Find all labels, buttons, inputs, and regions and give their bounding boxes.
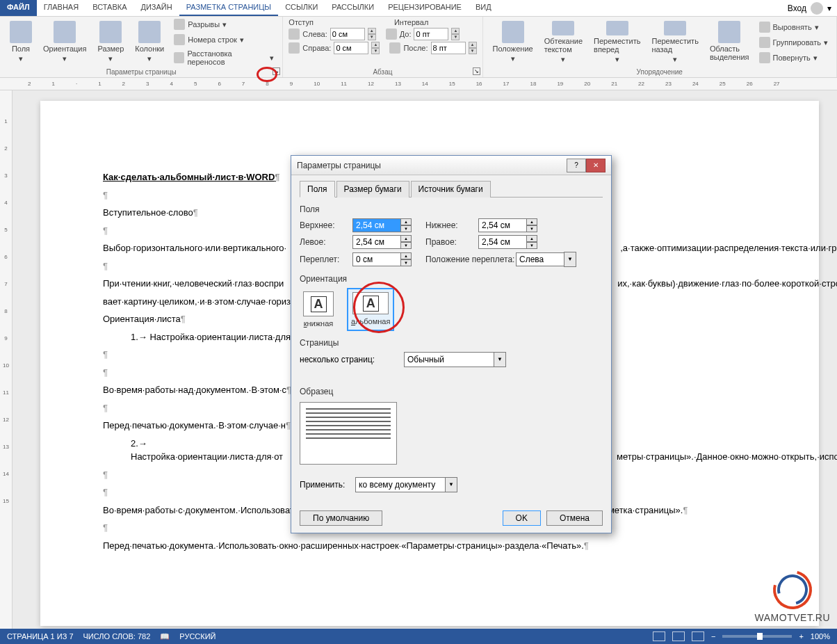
group-arrange: Положение▾ Обтекание текстом▾ Переместит… <box>483 17 837 77</box>
spin-up[interactable]: ▲ <box>368 28 376 34</box>
rotate-button[interactable]: Повернуть▾ <box>756 51 831 65</box>
spin-down[interactable]: ▼ <box>400 259 412 266</box>
tab-insert[interactable]: ВСТАВКА <box>86 0 133 16</box>
left-input[interactable] <box>352 235 401 249</box>
group-page-setup: Поля▾ Ориентация▾ Размер▾ Колонки▾ Разры… <box>0 17 283 77</box>
tab-paper-size[interactable]: Размер бумаги <box>336 181 409 198</box>
apply-select[interactable] <box>355 477 446 492</box>
doc-line[interactable]: Перед·печатью·документа.·Использовать·ок… <box>103 539 756 553</box>
menu-bar: ФАЙЛ ГЛАВНАЯ ВСТАВКА ДИЗАЙН РАЗМЕТКА СТР… <box>0 0 837 17</box>
spin-down[interactable]: ▼ <box>368 34 376 40</box>
zoom-out-icon[interactable]: − <box>711 632 715 641</box>
breaks-button[interactable]: Разрывы▾ <box>171 17 277 31</box>
zoom-in-icon[interactable]: + <box>799 632 803 641</box>
ok-button[interactable]: OK <box>503 510 541 526</box>
portrait-button[interactable]: A ккнижнаянижная <box>300 288 337 331</box>
spin-up[interactable]: ▲ <box>526 218 537 225</box>
spacing-after-input[interactable] <box>431 42 466 54</box>
spin-down[interactable]: ▼ <box>451 34 460 40</box>
view-web-icon[interactable] <box>692 631 704 641</box>
tab-fields[interactable]: Поля <box>300 181 335 198</box>
spin-up[interactable]: ▲ <box>400 235 412 242</box>
chevron-down-icon[interactable]: ▾ <box>827 3 831 13</box>
tab-page-layout[interactable]: РАЗМЕТКА СТРАНИЦЫ <box>179 0 278 16</box>
margins-button[interactable]: Поля▾ <box>6 18 36 67</box>
tab-file[interactable]: ФАЙЛ <box>0 0 37 16</box>
spin-up[interactable]: ▲ <box>469 42 477 48</box>
dropdown-icon[interactable]: ▼ <box>564 252 576 267</box>
tab-view[interactable]: ВИД <box>469 0 498 16</box>
rotate-icon <box>759 52 770 63</box>
spin-down[interactable]: ▼ <box>371 48 380 54</box>
line-numbers-button[interactable]: Номера строк▾ <box>171 33 277 47</box>
align-icon <box>759 22 770 33</box>
spin-up[interactable]: ▲ <box>451 28 460 34</box>
tab-home[interactable]: ГЛАВНАЯ <box>37 0 86 16</box>
tab-mailings[interactable]: РАССЫЛКИ <box>325 0 381 16</box>
default-button[interactable]: По умолчанию <box>300 510 382 526</box>
spin-down[interactable]: ▼ <box>469 48 477 54</box>
orientation-button[interactable]: Ориентация▾ <box>39 18 90 67</box>
spin-up[interactable]: ▲ <box>371 42 380 48</box>
dropdown-icon[interactable]: ▼ <box>445 477 457 492</box>
cancel-button[interactable]: Отмена <box>546 510 603 526</box>
columns-button[interactable]: Колонки▾ <box>131 18 168 67</box>
group-icon <box>759 37 770 48</box>
apply-label: Применить: <box>300 480 355 490</box>
login-link[interactable]: Вход <box>788 3 806 13</box>
help-button[interactable]: ? <box>567 159 586 172</box>
margins-icon <box>10 21 32 43</box>
align-button[interactable]: Выровнять▾ <box>756 20 831 34</box>
spin-down[interactable]: ▼ <box>400 242 412 249</box>
indent-right-label: Справа: <box>302 44 331 52</box>
spin-up[interactable]: ▲ <box>400 252 412 259</box>
dialog-title: Параметры страницы <box>297 161 381 170</box>
ruler-vertical[interactable]: 123456789101112131415 <box>0 90 13 629</box>
spin-up[interactable]: ▲ <box>526 235 537 242</box>
status-page[interactable]: СТРАНИЦА 1 ИЗ 7 <box>7 632 74 641</box>
tab-review[interactable]: РЕЦЕНЗИРОВАНИЕ <box>381 0 469 16</box>
size-button[interactable]: Размер▾ <box>93 18 128 67</box>
status-words[interactable]: ЧИСЛО СЛОВ: 782 <box>83 632 151 641</box>
spin-up[interactable]: ▲ <box>400 218 412 225</box>
close-button[interactable]: ✕ <box>586 159 606 172</box>
group-button[interactable]: Группировать▾ <box>756 35 831 49</box>
proofing-icon[interactable]: 📖 <box>160 632 170 641</box>
zoom-slider[interactable] <box>722 635 792 638</box>
wrap-button[interactable]: Обтекание текстом▾ <box>540 18 587 67</box>
tab-references[interactable]: ССЫЛКИ <box>278 0 325 16</box>
view-read-icon[interactable] <box>653 631 665 641</box>
landscape-button[interactable]: A аальбомнаяльбомная <box>347 288 394 331</box>
multi-pages-select[interactable] <box>404 352 494 367</box>
spin-down[interactable]: ▼ <box>526 242 537 249</box>
selection-pane-button[interactable]: Область выделения <box>706 18 754 67</box>
view-print-icon[interactable] <box>672 631 685 641</box>
paragraph-launcher[interactable]: ↘ <box>473 67 480 75</box>
spin-down[interactable]: ▼ <box>400 225 412 232</box>
ruler-horizontal[interactable]: 21·1234567891011121314151617181920212223… <box>0 78 837 90</box>
bring-forward-button[interactable]: Переместить вперед▾ <box>590 18 644 67</box>
tab-paper-source[interactable]: Источник бумаги <box>411 181 491 198</box>
top-input[interactable] <box>352 218 401 232</box>
page-setup-launcher[interactable]: ↘ <box>273 67 280 75</box>
tab-design[interactable]: ДИЗАЙН <box>133 0 179 16</box>
spacing-before-input[interactable] <box>414 28 448 40</box>
dropdown-icon[interactable]: ▼ <box>494 352 506 367</box>
send-backward-button[interactable]: Переместить назад▾ <box>647 18 702 67</box>
indent-left-input[interactable] <box>330 28 365 40</box>
gutter-input[interactable] <box>352 252 401 266</box>
status-language[interactable]: РУССКИЙ <box>179 632 216 641</box>
avatar-icon[interactable] <box>811 2 823 15</box>
indent-right-input[interactable] <box>334 42 368 54</box>
zoom-value[interactable]: 100% <box>811 632 830 641</box>
spin-down[interactable]: ▼ <box>526 225 537 232</box>
indent-right-icon <box>289 42 300 54</box>
bottom-input[interactable] <box>478 218 527 232</box>
gutter-pos-select[interactable] <box>516 252 564 266</box>
position-button[interactable]: Положение▾ <box>489 18 537 67</box>
dialog-titlebar[interactable]: Параметры страницы ? ✕ <box>291 156 611 175</box>
indent-left-label: Слева: <box>302 30 327 38</box>
right-input[interactable] <box>478 235 527 249</box>
orientation-label: Ориентация <box>300 274 603 284</box>
hyphenation-button[interactable]: Расстановка переносов▾ <box>171 48 277 67</box>
